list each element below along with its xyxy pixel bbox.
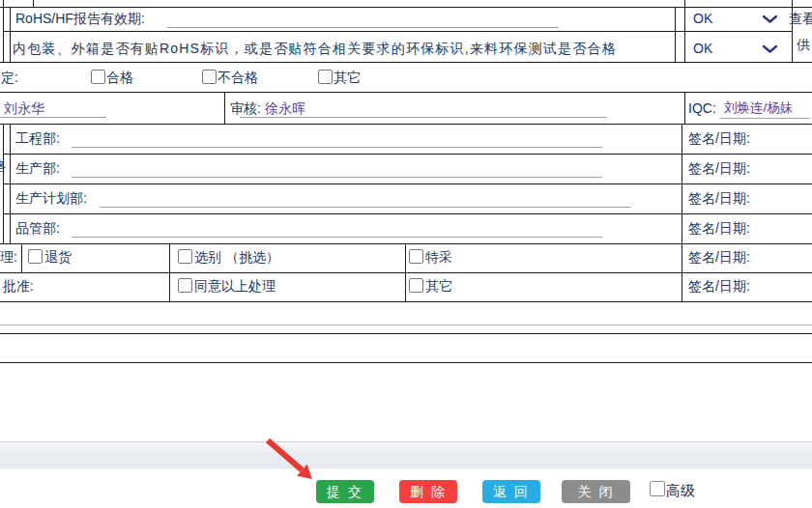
other-judgement-label: 其它: [334, 69, 361, 86]
divider: [0, 124, 812, 125]
divider: [3, 183, 812, 184]
divider: [0, 62, 812, 63]
divider: [682, 124, 682, 301]
rohs-report-validity-label: RoHS/HF报告有效期:: [15, 10, 145, 27]
submit-button[interactable]: 提 交: [316, 480, 374, 503]
divider: [224, 92, 225, 124]
side-note-line2: 供: [797, 36, 810, 53]
divider: [0, 243, 812, 244]
chevron-down-icon: [762, 14, 778, 24]
divider: [21, 243, 22, 272]
return-goods-label: 退货: [44, 248, 72, 266]
inspector-name: 刘永华: [4, 99, 44, 117]
rohs-status-dropdown[interactable]: OK: [685, 7, 792, 31]
packaging-rohs-question-label: 内包装、外箱是否有贴RoHS标识，或是否贴符合相关要求的环保标识,来料环保测试是…: [13, 40, 617, 57]
sorting-label: 选别 （挑选）: [194, 248, 279, 266]
return-goods-checkbox[interactable]: [28, 249, 43, 264]
rohs-status-value: OK: [693, 10, 712, 27]
sign-date-label: 签名/日期:: [688, 189, 750, 207]
other-approval-checkbox[interactable]: [409, 278, 423, 293]
packaging-status-dropdown[interactable]: OK: [685, 37, 792, 61]
dept-production-input[interactable]: [72, 177, 602, 178]
judgement-label: 定:: [1, 69, 18, 86]
divider: [169, 243, 170, 301]
concession-checkbox[interactable]: [409, 249, 423, 264]
divider: [675, 7, 676, 62]
divider: [3, 31, 792, 32]
divider: [3, 124, 4, 243]
sign-date-label: 签名/日期:: [688, 159, 750, 177]
footer-toolbar: [0, 441, 812, 468]
side-note-line1: 查看: [789, 10, 812, 27]
concession-label: 特采: [425, 248, 452, 266]
iqc-input[interactable]: [720, 118, 810, 119]
divider: [3, 0, 4, 62]
fail-label: 不合格: [218, 69, 258, 86]
divider: [10, 7, 11, 62]
divider: [0, 92, 812, 93]
agree-above-label: 同意以上处理: [194, 277, 276, 295]
advanced-checkbox[interactable]: [650, 481, 665, 496]
chevron-down-icon: [762, 44, 778, 54]
left-clipped-char: 格: [0, 157, 6, 175]
sign-date-label: 签名/日期:: [688, 248, 750, 266]
reviewer-input[interactable]: [240, 117, 607, 118]
divider: [0, 325, 812, 325]
divider: [0, 362, 812, 363]
dept-engineering-input[interactable]: [72, 147, 602, 148]
approval-label: 批准:: [3, 277, 34, 295]
divider: [405, 243, 406, 301]
sign-date-label: 签名/日期:: [688, 129, 750, 147]
iqc-label: IQC:: [688, 99, 716, 117]
red-arrow-annotation: [261, 435, 319, 483]
pass-label: 合格: [106, 69, 133, 86]
back-button[interactable]: 返 回: [482, 480, 540, 503]
delete-button[interactable]: 删 除: [399, 480, 457, 503]
divider: [0, 301, 812, 302]
divider: [33, 0, 34, 7]
packaging-status-value: OK: [693, 40, 712, 57]
divider: [0, 333, 812, 334]
divider: [3, 213, 812, 214]
iqc-names: 刘焕连/杨妹: [724, 99, 793, 117]
handling-label: 理:: [0, 248, 17, 266]
dept-production-label: 生产部:: [15, 159, 60, 177]
divider: [3, 154, 812, 155]
agree-above-checkbox[interactable]: [178, 278, 192, 293]
other-judgement-checkbox[interactable]: [318, 70, 333, 84]
inspector-input[interactable]: [0, 117, 106, 118]
divider: [684, 92, 685, 124]
sign-date-label: 签名/日期:: [688, 277, 750, 295]
dept-planning-input[interactable]: [100, 207, 631, 208]
iqc-inspection-form: RoHS/HF报告有效期: OK 内包装、外箱是否有贴RoHS标识，或是否贴符合…: [0, 0, 812, 508]
pass-checkbox[interactable]: [91, 70, 105, 84]
advanced-label: 高级: [666, 482, 695, 499]
rohs-expiry-input[interactable]: [167, 27, 559, 28]
other-approval-label: 其它: [425, 277, 452, 295]
fail-checkbox[interactable]: [202, 70, 217, 84]
divider: [0, 272, 812, 273]
close-button[interactable]: 关 闭: [562, 480, 630, 503]
reviewer-name: 徐永晖: [265, 99, 305, 117]
sign-date-label: 签名/日期:: [688, 219, 750, 237]
sorting-checkbox[interactable]: [178, 249, 192, 264]
dept-planning-label: 生产计划部:: [15, 189, 87, 207]
dept-quality-label: 品管部:: [15, 219, 60, 237]
divider: [10, 124, 11, 243]
dept-engineering-label: 工程部:: [15, 129, 60, 147]
review-label: 审核:: [230, 99, 261, 117]
dept-quality-input[interactable]: [72, 237, 602, 238]
